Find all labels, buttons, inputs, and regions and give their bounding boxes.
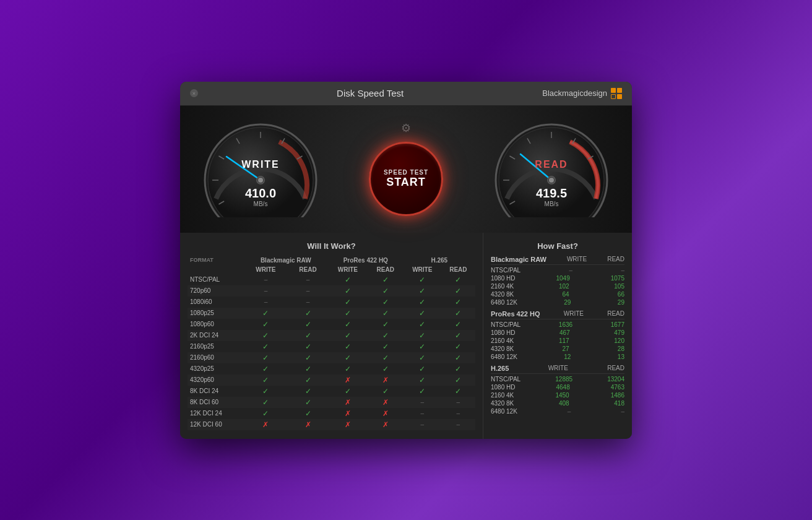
value-cell: –: [288, 285, 328, 297]
hf-fmt: 6480 12K: [491, 353, 517, 360]
value-cell: –: [404, 408, 441, 419]
hf-write-val: 4648: [545, 384, 570, 391]
value-cell: ✓: [404, 330, 441, 341]
value-cell: ✗: [288, 419, 328, 430]
value-cell: ✓: [441, 297, 475, 308]
value-cell: ✓: [404, 352, 441, 363]
table-row: 4320p60✓✓✗✗✓✓: [188, 375, 475, 386]
hf-row: 4320 8K6466: [491, 290, 624, 298]
value-cell: ✓: [244, 330, 288, 341]
hf-write-val: 102: [545, 283, 569, 290]
hf-fmt: 6480 12K: [491, 408, 517, 415]
format-cell: 720p60: [188, 285, 244, 297]
value-cell: ✗: [328, 375, 368, 386]
value-cell: ✓: [368, 363, 404, 375]
table-row: 1080p60✓✓✓✓✓✓: [188, 319, 475, 330]
hf-read-val: 479: [600, 329, 624, 336]
value-cell: ✓: [328, 285, 368, 297]
hf-read-val: 105: [600, 283, 624, 290]
value-cell: –: [288, 297, 328, 308]
hf-fmt: NTSC/PAL: [491, 376, 520, 383]
value-cell: ✗: [368, 397, 404, 408]
hf-read-val: 13204: [600, 376, 624, 383]
value-cell: ✓: [368, 352, 404, 363]
value-cell: ✓: [244, 408, 288, 419]
hf-section-name: Blackmagic RAW: [491, 256, 546, 263]
close-button[interactable]: ×: [190, 89, 198, 97]
value-cell: ✗: [328, 419, 368, 430]
hf-fmt: 1080 HD: [491, 329, 515, 336]
hf-read-val: 120: [600, 337, 624, 344]
value-cell: ✓: [368, 274, 404, 285]
value-cell: ✓: [368, 308, 404, 319]
hf-write-header: WRITE: [564, 310, 584, 318]
close-icon: ×: [192, 90, 196, 97]
hf-fmt: NTSC/PAL: [491, 267, 520, 274]
svg-text:410.0: 410.0: [245, 186, 276, 200]
start-button-line2: START: [386, 176, 426, 189]
write-gauge-dial: WRITE 410.0 MB/s: [199, 118, 322, 217]
value-cell: –: [244, 285, 288, 297]
hf-write-val: 27: [545, 345, 569, 352]
value-cell: ✓: [441, 352, 475, 363]
value-cell: ✓: [368, 386, 404, 397]
value-cell: ✓: [404, 375, 441, 386]
table-row: 4320p25✓✓✓✓✓✓: [188, 363, 475, 375]
settings-icon[interactable]: ⚙: [397, 119, 415, 137]
hf-row: 4320 8K2728: [491, 345, 624, 353]
value-cell: ✓: [368, 297, 404, 308]
value-cell: ✓: [244, 319, 288, 330]
hf-row: 2160 4K117120: [491, 337, 624, 345]
value-cell: ✓: [244, 386, 288, 397]
hf-write-val: 29: [546, 299, 571, 306]
format-cell: 4320p25: [188, 363, 244, 375]
will-it-work-panel: Will It Work? FORMAT Blackmagic RAW ProR…: [180, 233, 483, 439]
braw-header: Blackmagic RAW: [244, 256, 328, 265]
hf-read-header: READ: [607, 256, 624, 263]
value-cell: ✓: [288, 397, 328, 408]
value-cell: ✓: [404, 297, 441, 308]
value-cell: ✓: [328, 319, 368, 330]
hf-row: NTSC/PAL1288513204: [491, 375, 624, 383]
value-cell: ✓: [404, 363, 441, 375]
logo-sq-4: [617, 94, 622, 99]
value-cell: ✓: [441, 330, 475, 341]
hf-row: 1080 HD46484763: [491, 383, 624, 391]
value-cell: –: [441, 397, 475, 408]
format-cell: 2160p60: [188, 352, 244, 363]
value-cell: ✓: [288, 330, 328, 341]
hf-section-name: ProRes 422 HQ: [491, 310, 540, 318]
value-cell: ✓: [288, 363, 328, 375]
hf-write-header: WRITE: [548, 365, 568, 372]
value-cell: ✓: [288, 375, 328, 386]
value-cell: ✓: [328, 363, 368, 375]
format-cell: 2K DCI 24: [188, 330, 244, 341]
hf-write-val: 408: [545, 400, 569, 407]
data-area: Will It Work? FORMAT Blackmagic RAW ProR…: [180, 233, 632, 439]
hf-read-val: 29: [600, 299, 624, 306]
logo-sq-3: [611, 94, 616, 99]
value-cell: ✗: [328, 397, 368, 408]
logo-sq-2: [617, 88, 622, 93]
value-cell: ✗: [368, 375, 404, 386]
value-cell: ✓: [441, 375, 475, 386]
hf-read-val: 13: [600, 353, 624, 360]
hf-row: 2160 4K14501486: [491, 391, 624, 399]
will-it-work-title: Will It Work?: [188, 241, 475, 251]
value-cell: –: [404, 419, 441, 430]
hf-read-val: 28: [600, 345, 624, 352]
logo-text: Blackmagicdesign: [542, 89, 607, 98]
value-cell: –: [244, 274, 288, 285]
format-cell: 1080i60: [188, 297, 244, 308]
hf-row: 6480 12K2929: [491, 298, 624, 306]
format-cell: 1080p60: [188, 319, 244, 330]
format-cell: 8K DCI 24: [188, 386, 244, 397]
start-button[interactable]: SPEED TEST START: [369, 142, 443, 216]
hf-fmt: 2160 4K: [491, 337, 514, 344]
format-header: FORMAT: [188, 256, 244, 265]
hf-fmt: NTSC/PAL: [491, 321, 520, 328]
read-gauge: READ 419.5 MB/s: [490, 118, 613, 217]
svg-text:WRITE: WRITE: [241, 159, 280, 170]
title-bar: × Disk Speed Test Blackmagicdesign: [180, 82, 632, 106]
value-cell: ✓: [404, 274, 441, 285]
